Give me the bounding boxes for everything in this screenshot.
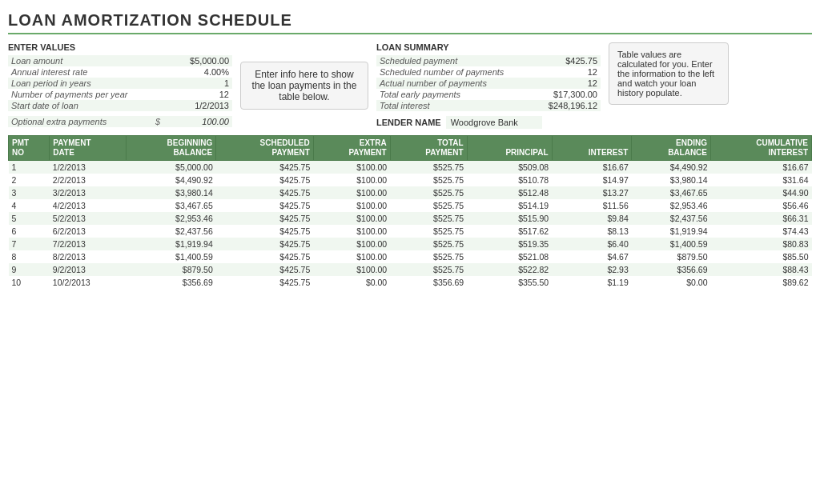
cell-9: $56.46 xyxy=(711,199,812,212)
cell-8: $3,467.65 xyxy=(632,186,711,199)
cell-1: 5/2/2013 xyxy=(50,212,127,225)
ls-value: $17,300.00 xyxy=(537,89,601,100)
cell-4: $100.00 xyxy=(313,186,390,199)
cell-7: $11.56 xyxy=(552,199,632,212)
cell-3: $425.75 xyxy=(216,250,314,263)
cell-6: $510.78 xyxy=(467,174,552,186)
cell-9: $80.83 xyxy=(711,238,812,250)
ls-label: Scheduled payment xyxy=(376,55,537,66)
ls-value: 12 xyxy=(537,66,601,78)
loan-summary-title: LOAN SUMMARY xyxy=(376,42,601,52)
cell-2: $4,490.92 xyxy=(127,174,216,186)
cell-7: $9.84 xyxy=(552,212,632,225)
cell-6: $514.19 xyxy=(467,199,552,212)
cell-9: $16.67 xyxy=(711,161,812,174)
ev-value: 1/2/2013 xyxy=(152,100,232,111)
cell-2: $1,400.59 xyxy=(127,250,216,263)
cell-2: $3,467.65 xyxy=(127,199,216,212)
cell-7: $13.27 xyxy=(552,186,632,199)
cell-0: 8 xyxy=(9,250,50,263)
cell-5: $525.75 xyxy=(390,263,467,276)
cell-2: $3,980.14 xyxy=(127,186,216,199)
cell-9: $89.62 xyxy=(711,276,812,289)
cell-8: $2,953.46 xyxy=(632,199,711,212)
ev-label: Number of payments per year xyxy=(8,89,152,100)
cell-8: $2,437.56 xyxy=(632,212,711,225)
cell-5: $525.75 xyxy=(390,186,467,199)
ev-label: Loan period in years xyxy=(8,78,152,89)
ls-value: $425.75 xyxy=(537,55,601,66)
ev-row: Loan period in years1 xyxy=(8,78,232,89)
cell-3: $425.75 xyxy=(216,199,314,212)
ev-label: Loan amount xyxy=(8,55,152,66)
extra-payment-label: Optional extra payments xyxy=(8,116,152,127)
cell-4: $100.00 xyxy=(313,199,390,212)
cell-8: $1,400.59 xyxy=(632,238,711,250)
cell-5: $525.75 xyxy=(390,161,467,174)
ls-label: Total interest xyxy=(376,100,537,111)
table-row: 11/2/2013$5,000.00$425.75$100.00$525.75$… xyxy=(9,161,812,174)
enter-values-table: Loan amount$5,000.00Annual interest rate… xyxy=(8,55,232,111)
page-title: LOAN AMORTIZATION SCHEDULE xyxy=(8,11,812,34)
amortization-table-wrap: PMTNOPAYMENTDATEBEGINNINGBALANCESCHEDULE… xyxy=(8,135,812,289)
cell-3: $425.75 xyxy=(216,238,314,250)
cell-3: $425.75 xyxy=(216,186,314,199)
cell-7: $2.93 xyxy=(552,263,632,276)
cell-3: $425.75 xyxy=(216,276,314,289)
cell-8: $0.00 xyxy=(632,276,711,289)
cell-6: $517.62 xyxy=(467,225,552,238)
enter-values-section: ENTER VALUES Loan amount$5,000.00Annual … xyxy=(8,42,232,127)
info-bubble: Enter info here to show the loan payment… xyxy=(240,62,368,110)
cell-9: $31.64 xyxy=(711,174,812,186)
cell-2: $2,953.46 xyxy=(127,212,216,225)
cell-6: $512.48 xyxy=(467,186,552,199)
cell-8: $1,919.94 xyxy=(632,225,711,238)
cell-4: $0.00 xyxy=(313,276,390,289)
cell-1: 10/2/2013 xyxy=(50,276,127,289)
table-row: 77/2/2013$1,919.94$425.75$100.00$525.75$… xyxy=(9,238,812,250)
cell-0: 2 xyxy=(9,174,50,186)
cell-8: $356.69 xyxy=(632,263,711,276)
tip-bubble: Table values are calculated for you. Ent… xyxy=(609,42,729,105)
table-row: 88/2/2013$1,400.59$425.75$100.00$525.75$… xyxy=(9,250,812,263)
cell-9: $85.50 xyxy=(711,250,812,263)
cell-0: 5 xyxy=(9,212,50,225)
ev-row: Annual interest rate4.00% xyxy=(8,66,232,78)
ls-value: $248,196.12 xyxy=(537,100,601,111)
extra-payment-table: Optional extra payments $ 100.00 xyxy=(8,116,232,127)
cell-8: $879.50 xyxy=(632,250,711,263)
cell-1: 7/2/2013 xyxy=(50,238,127,250)
cell-7: $1.19 xyxy=(552,276,632,289)
cell-0: 7 xyxy=(9,238,50,250)
cell-4: $100.00 xyxy=(313,263,390,276)
cell-6: $355.50 xyxy=(467,276,552,289)
lender-value: Woodgrove Bank xyxy=(446,116,542,129)
cell-4: $100.00 xyxy=(313,161,390,174)
cell-9: $74.43 xyxy=(711,225,812,238)
cell-4: $100.00 xyxy=(313,225,390,238)
cell-6: $522.82 xyxy=(467,263,552,276)
cell-1: 8/2/2013 xyxy=(50,250,127,263)
table-row: 66/2/2013$2,437.56$425.75$100.00$525.75$… xyxy=(9,225,812,238)
cell-4: $100.00 xyxy=(313,250,390,263)
ls-row: Scheduled number of payments12 xyxy=(376,66,601,78)
enter-values-title: ENTER VALUES xyxy=(8,42,232,52)
extra-payment-symbol: $ xyxy=(152,116,165,127)
col-header-3: SCHEDULEDPAYMENT xyxy=(216,136,314,161)
ls-label: Scheduled number of payments xyxy=(376,66,537,78)
ev-row: Start date of loan1/2/2013 xyxy=(8,100,232,111)
cell-7: $16.67 xyxy=(552,161,632,174)
ls-value: 12 xyxy=(537,78,601,89)
table-row: 1010/2/2013$356.69$425.75$0.00$356.69$35… xyxy=(9,276,812,289)
cell-1: 4/2/2013 xyxy=(50,199,127,212)
cell-2: $879.50 xyxy=(127,263,216,276)
cell-9: $88.43 xyxy=(711,263,812,276)
cell-9: $44.90 xyxy=(711,186,812,199)
ls-label: Total early payments xyxy=(376,89,537,100)
cell-5: $525.75 xyxy=(390,199,467,212)
cell-3: $425.75 xyxy=(216,174,314,186)
ev-value: 1 xyxy=(152,78,232,89)
col-header-1: PAYMENTDATE xyxy=(50,136,127,161)
cell-0: 1 xyxy=(9,161,50,174)
cell-7: $6.40 xyxy=(552,238,632,250)
